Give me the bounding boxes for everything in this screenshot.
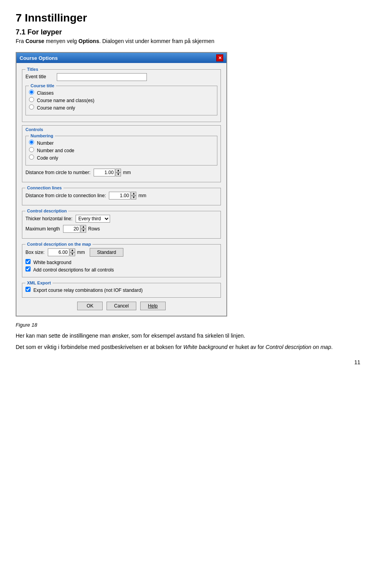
event-title-label: Event title (25, 74, 57, 79)
course-title-option-0[interactable]: Classes (29, 90, 214, 96)
add-control-descriptions-checkbox[interactable] (25, 266, 31, 272)
distance-circle-number-up[interactable]: ▲ (116, 169, 121, 173)
distance-circle-number-spin-buttons: ▲ ▼ (116, 169, 121, 176)
box-size-spin-buttons: ▲ ▼ (70, 248, 75, 256)
connection-distance-up[interactable]: ▲ (131, 192, 136, 196)
max-length-spinner: ▲ ▼ (63, 225, 86, 233)
section-heading: 7.1 For løyper (16, 28, 360, 36)
body-text-1: Her kan man sette de instillingene man ø… (16, 332, 360, 340)
dialog-body: Titles Event title Course title Classes … (16, 63, 226, 316)
body-text-2: Det som er viktig i forbindelse med post… (16, 343, 360, 351)
white-background-checkbox[interactable] (25, 259, 31, 264)
dialog-buttons: OK Cancel Help (22, 302, 221, 310)
max-length-label: Maximum length (25, 226, 60, 232)
connection-distance-down[interactable]: ▼ (131, 196, 136, 200)
distance-circle-number-row: Distance from circle to number: ▲ ▼ mm (25, 169, 217, 176)
numbering-option-1[interactable]: Number and code (29, 147, 214, 153)
event-title-row: Event title (25, 73, 217, 81)
dialog-title: Course Options (20, 55, 58, 61)
course-title-option-1[interactable]: Course name and class(es) (29, 97, 214, 103)
control-description-legend: Control description (25, 209, 68, 213)
distance-circle-number-down[interactable]: ▼ (116, 173, 121, 176)
numbering-legend: Numbering (29, 133, 55, 138)
export-relay-checkbox-label[interactable]: Export course relay combinations (not IO… (25, 287, 217, 293)
max-length-up[interactable]: ▲ (81, 225, 86, 229)
help-button[interactable]: Help (140, 302, 166, 310)
box-size-input[interactable] (48, 248, 69, 256)
dialog-close-button[interactable]: ✕ (216, 54, 223, 61)
course-title-fieldset: Course title Classes Course name and cla… (25, 83, 217, 115)
connection-distance-unit: mm (138, 193, 146, 198)
numbering-option-0[interactable]: Number (29, 140, 214, 146)
control-desc-map-fieldset: Control description on the map Box size:… (22, 242, 221, 277)
add-control-desc-checkbox-label[interactable]: Add control descriptions for all control… (25, 266, 217, 273)
box-size-down[interactable]: ▼ (70, 252, 75, 256)
max-length-input[interactable] (63, 225, 80, 233)
max-length-spin-buttons: ▲ ▼ (81, 225, 86, 233)
thicker-line-row: Thicker horizontal line: Every third Eve… (25, 215, 217, 223)
dialog-titlebar: Course Options ✕ (16, 53, 226, 63)
controls-legend: Controls (25, 127, 217, 132)
connection-distance-label: Distance from circle to connection line: (25, 193, 106, 198)
cancel-button[interactable]: Cancel (107, 302, 136, 310)
course-title-option-2[interactable]: Course name only (29, 104, 214, 111)
event-title-input[interactable] (57, 73, 147, 81)
connection-distance-spin-buttons: ▲ ▼ (131, 192, 136, 200)
connection-lines-fieldset: Connection lines Distance from circle to… (22, 185, 221, 205)
numbering-fieldset: Numbering Number Number and code Code on… (25, 133, 217, 165)
connection-distance-spinner: ▲ ▼ (109, 192, 136, 200)
thicker-select-wrapper: Every third Every other None (76, 215, 110, 223)
control-desc-map-legend: Control description on the map (25, 242, 92, 246)
thicker-label: Thicker horizontal line: (25, 216, 72, 221)
page-number: 11 (16, 359, 360, 365)
xml-export-fieldset: XML Export Export course relay combinati… (22, 281, 221, 298)
titles-fieldset: Titles Event title Course title Classes … (22, 67, 221, 122)
ok-button[interactable]: OK (77, 302, 103, 310)
standard-button[interactable]: Standard (90, 248, 124, 257)
distance-circle-number-input[interactable] (94, 169, 115, 176)
course-title-legend: Course title (29, 83, 56, 88)
connection-distance-row: Distance from circle to connection line:… (25, 192, 217, 200)
chapter-heading: 7 Innstillinger (16, 12, 360, 24)
course-options-dialog: Course Options ✕ Titles Event title Cour… (16, 52, 227, 316)
max-length-down[interactable]: ▼ (81, 229, 86, 233)
dialog-wrapper: Course Options ✕ Titles Event title Cour… (16, 52, 227, 316)
numbering-option-2[interactable]: Code only (29, 155, 214, 161)
box-size-row: Box size: ▲ ▼ mm Standard (25, 248, 217, 257)
distance-circle-number-unit: mm (123, 170, 131, 175)
thicker-select[interactable]: Every third Every other None (76, 215, 110, 223)
distance-circle-number-label: Distance from circle to number: (25, 170, 90, 175)
box-size-spinner: ▲ ▼ (48, 248, 75, 256)
white-background-checkbox-label[interactable]: White background (25, 259, 217, 265)
titles-legend: Titles (25, 67, 40, 72)
box-size-label: Box size: (25, 250, 45, 255)
export-relay-checkbox[interactable] (25, 287, 31, 292)
distance-circle-number-spinner: ▲ ▼ (94, 169, 121, 176)
box-size-unit: mm (77, 250, 85, 255)
figure-caption: Figure 18 (16, 322, 360, 328)
intro-paragraph: Fra Course menyen velg Options. Dialogen… (16, 38, 360, 44)
max-length-row: Maximum length ▲ ▼ Rows (25, 225, 217, 233)
box-size-up[interactable]: ▲ (70, 248, 75, 252)
controls-section: Controls Numbering Number Number and cod… (22, 125, 221, 182)
xml-export-legend: XML Export (25, 281, 52, 285)
connection-distance-input[interactable] (109, 192, 130, 200)
connection-lines-legend: Connection lines (25, 185, 63, 190)
max-length-unit: Rows (88, 226, 100, 232)
control-description-fieldset: Control description Thicker horizontal l… (22, 209, 221, 239)
